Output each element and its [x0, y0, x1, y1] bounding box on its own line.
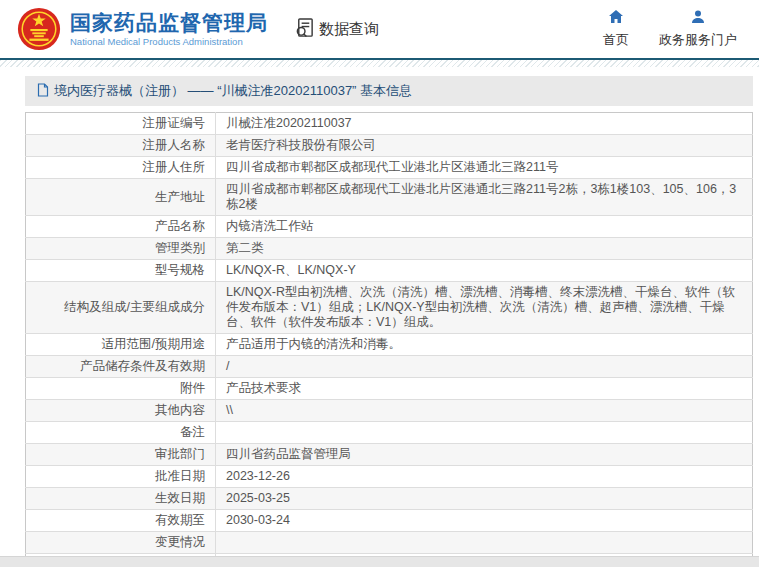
header-nav: 首页 政务服务门户 — [603, 9, 745, 49]
row-label: 产品名称 — [26, 216, 216, 238]
table-row: 生效日期2025-03-25 — [26, 488, 753, 510]
table-row: 其他内容\\ — [26, 400, 753, 422]
row-label: 结构及组成/主要组成成分 — [26, 282, 216, 334]
user-icon — [690, 9, 706, 28]
table-row: 产品储存条件及有效期/ — [26, 356, 753, 378]
row-label: 附件 — [26, 378, 216, 400]
row-label: 有效期至 — [26, 510, 216, 532]
footer-strip — [0, 556, 759, 567]
table-row: 管理类别第二类 — [26, 238, 753, 260]
row-label: 其他内容 — [26, 400, 216, 422]
row-label-text: 注册人住所 — [143, 160, 206, 174]
row-label-text: 批准日期 — [155, 469, 205, 483]
row-label: 生效日期 — [26, 488, 216, 510]
table-row: 适用范围/预期用途产品适用于内镜的清洗和消毒。 — [26, 334, 753, 356]
table-row: 附件产品技术要求 — [26, 378, 753, 400]
nav-home-label: 首页 — [603, 31, 629, 49]
row-value: 内镜清洗工作站 — [216, 216, 753, 238]
table-row: 注册证编号川械注准20202110037 — [26, 113, 753, 135]
row-value: 2025-03-25 — [216, 488, 753, 510]
row-label-text: 产品储存条件及有效期 — [80, 359, 205, 373]
row-label-text: 审批部门 — [155, 447, 205, 461]
row-value: 第二类 — [216, 238, 753, 260]
row-label: 变更情况 — [26, 532, 216, 554]
table-row: 型号规格LK/NQX-R、LK/NQX-Y — [26, 260, 753, 282]
national-emblem-logo — [16, 6, 62, 52]
row-label-text: 变更情况 — [155, 535, 205, 549]
row-label: 适用范围/预期用途 — [26, 334, 216, 356]
row-label-text: 生产地址 — [155, 190, 205, 204]
row-label: 生产地址 — [26, 179, 216, 216]
row-label-text: 结构及组成/主要组成成分 — [64, 300, 205, 314]
row-value: 四川省成都市郫都区成都现代工业港北片区港通北三路211号2栋，3栋1楼103、1… — [216, 179, 753, 216]
nav-home[interactable]: 首页 — [603, 9, 629, 49]
hatch-divider — [0, 60, 759, 67]
table-row: 注册人名称老肯医疗科技股份有限公司 — [26, 135, 753, 157]
row-label: 产品储存条件及有效期 — [26, 356, 216, 378]
table-row: 变更情况 — [26, 532, 753, 554]
row-value: / — [216, 356, 753, 378]
table-row: 有效期至2030-03-24 — [26, 510, 753, 532]
row-value: 老肯医疗科技股份有限公司 — [216, 135, 753, 157]
document-search-icon — [294, 17, 319, 41]
table-row: 产品名称内镜清洗工作站 — [26, 216, 753, 238]
row-label: 注册人住所 — [26, 157, 216, 179]
row-label: 型号规格 — [26, 260, 216, 282]
row-label-text: 型号规格 — [155, 263, 205, 277]
info-table-body: 注册证编号川械注准20202110037注册人名称老肯医疗科技股份有限公司注册人… — [26, 113, 753, 567]
table-row: 生产地址四川省成都市郫都区成都现代工业港北片区港通北三路211号2栋，3栋1楼1… — [26, 179, 753, 216]
row-value: \\ — [216, 400, 753, 422]
table-row: 备注 — [26, 422, 753, 444]
row-label: 注册证编号 — [26, 113, 216, 135]
site-header: 国家药品监督管理局 National Medical Products Admi… — [0, 0, 759, 60]
row-value — [216, 532, 753, 554]
row-label-text: 适用范围/预期用途 — [102, 337, 205, 351]
row-label-text: 有效期至 — [155, 513, 205, 527]
row-label-text: 管理类别 — [155, 241, 205, 255]
row-label-text: 产品名称 — [155, 219, 205, 233]
row-value: 四川省药品监督管理局 — [216, 444, 753, 466]
row-label: 批准日期 — [26, 466, 216, 488]
site-subtitle: National Medical Products Administration — [70, 37, 268, 47]
row-value: 川械注准20202110037 — [216, 113, 753, 135]
table-row: 注册人住所四川省成都市郫都区成都现代工业港北片区港通北三路211号 — [26, 157, 753, 179]
row-label: 管理类别 — [26, 238, 216, 260]
row-label-text: 生效日期 — [155, 491, 205, 505]
row-value: 2023-12-26 — [216, 466, 753, 488]
row-value — [216, 422, 753, 444]
row-value: 2030-03-24 — [216, 510, 753, 532]
row-label: 注册人名称 — [26, 135, 216, 157]
registration-info-table: 注册证编号川械注准20202110037注册人名称老肯医疗科技股份有限公司注册人… — [25, 112, 753, 567]
table-row: 结构及组成/主要组成成分LK/NQX-R型由初洗槽、次洗（清洗）槽、漂洗槽、消毒… — [26, 282, 753, 334]
row-value: 产品技术要求 — [216, 378, 753, 400]
document-icon — [37, 83, 54, 100]
table-row: 批准日期2023-12-26 — [26, 466, 753, 488]
data-query-label: 数据查询 — [319, 20, 379, 39]
row-value: 四川省成都市郫都区成都现代工业港北片区港通北三路211号 — [216, 157, 753, 179]
row-label: 备注 — [26, 422, 216, 444]
site-title: 国家药品监督管理局 — [70, 11, 268, 34]
breadcrumb-text: 境内医疗器械（注册） —— “川械注准20202110037” 基本信息 — [54, 82, 412, 100]
row-label-text: 备注 — [180, 425, 205, 439]
home-icon — [608, 9, 624, 28]
data-query-button[interactable]: 数据查询 — [294, 17, 379, 41]
nav-portal-label: 政务服务门户 — [659, 31, 737, 49]
breadcrumb: 境内医疗器械（注册） —— “川械注准20202110037” 基本信息 — [25, 76, 753, 106]
row-value: LK/NQX-R型由初洗槽、次洗（清洗）槽、漂洗槽、消毒槽、终末漂洗槽、干燥台、… — [216, 282, 753, 334]
site-title-block: 国家药品监督管理局 National Medical Products Admi… — [70, 11, 268, 48]
row-label: 审批部门 — [26, 444, 216, 466]
table-row: 审批部门四川省药品监督管理局 — [26, 444, 753, 466]
nav-portal[interactable]: 政务服务门户 — [659, 9, 737, 49]
row-label-text: 注册人名称 — [143, 138, 206, 152]
row-value: LK/NQX-R、LK/NQX-Y — [216, 260, 753, 282]
row-label-text: 其他内容 — [155, 403, 205, 417]
row-label-text: 附件 — [180, 381, 205, 395]
row-label-text: 注册证编号 — [143, 116, 206, 130]
row-value: 产品适用于内镜的清洗和消毒。 — [216, 334, 753, 356]
